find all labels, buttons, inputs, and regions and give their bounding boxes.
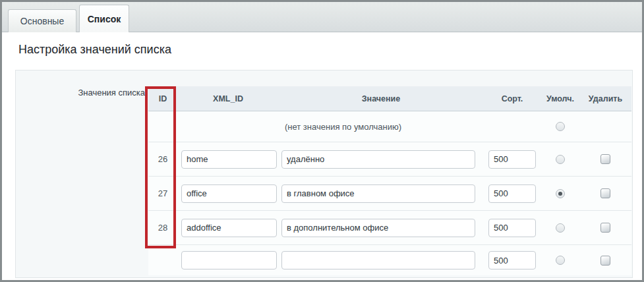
sort-input[interactable] bbox=[488, 219, 536, 237]
settings-window: Основные Список Настройка значений списк… bbox=[0, 0, 644, 282]
header-delete: Удалить bbox=[579, 94, 631, 103]
tab-main-label: Основные bbox=[20, 16, 64, 26]
table-row: 28 bbox=[148, 211, 631, 245]
table-row: 26 bbox=[148, 142, 631, 177]
no-default-label: (нет значения по умолчанию) bbox=[279, 122, 483, 132]
header-xml-id: XML_ID bbox=[177, 94, 279, 103]
id-cell: 27 bbox=[148, 188, 177, 198]
default-radio[interactable] bbox=[556, 256, 565, 265]
id-cell: 26 bbox=[148, 154, 177, 164]
sort-input[interactable] bbox=[488, 251, 536, 269]
page-title: Настройка значений списка bbox=[18, 43, 171, 57]
table-row: 27 bbox=[148, 177, 631, 211]
value-input[interactable] bbox=[281, 150, 475, 169]
header-value: Значение bbox=[279, 94, 483, 103]
tab-main[interactable]: Основные bbox=[8, 9, 76, 32]
tab-list-label: Список bbox=[88, 14, 121, 24]
table-row-no-default: (нет значения по умолчанию) bbox=[148, 111, 631, 142]
header-sort: Сорт. bbox=[483, 94, 541, 103]
delete-checkbox[interactable] bbox=[600, 154, 610, 164]
value-input[interactable] bbox=[281, 184, 475, 203]
tab-list[interactable]: Список bbox=[79, 5, 129, 32]
default-radio[interactable] bbox=[556, 155, 565, 164]
table-header-row: ID XML_ID Значение Сорт. Умолч. Удалить bbox=[148, 86, 631, 111]
id-cell: 28 bbox=[148, 223, 177, 233]
field-label: Значения списка bbox=[16, 88, 145, 98]
value-input[interactable] bbox=[281, 251, 475, 269]
xml-id-input[interactable] bbox=[181, 184, 277, 203]
list-values-panel: Значения списка ID XML_ID Значение Сорт.… bbox=[15, 70, 633, 278]
table-row-new bbox=[148, 245, 631, 275]
sort-input[interactable] bbox=[488, 184, 536, 203]
sort-input[interactable] bbox=[488, 150, 536, 169]
header-default: Умолч. bbox=[541, 94, 579, 103]
delete-checkbox[interactable] bbox=[600, 223, 610, 233]
default-radio[interactable] bbox=[556, 189, 565, 198]
xml-id-input[interactable] bbox=[181, 219, 277, 237]
xml-id-input[interactable] bbox=[181, 251, 277, 269]
default-radio[interactable] bbox=[556, 122, 565, 131]
tab-strip: Основные Список bbox=[2, 2, 642, 32]
values-table: ID XML_ID Значение Сорт. Умолч. Удалить … bbox=[148, 86, 631, 275]
value-input[interactable] bbox=[281, 219, 475, 237]
delete-checkbox[interactable] bbox=[600, 188, 610, 198]
xml-id-input[interactable] bbox=[181, 150, 277, 169]
header-id: ID bbox=[148, 94, 177, 103]
delete-checkbox[interactable] bbox=[600, 256, 610, 266]
default-radio[interactable] bbox=[556, 223, 565, 233]
